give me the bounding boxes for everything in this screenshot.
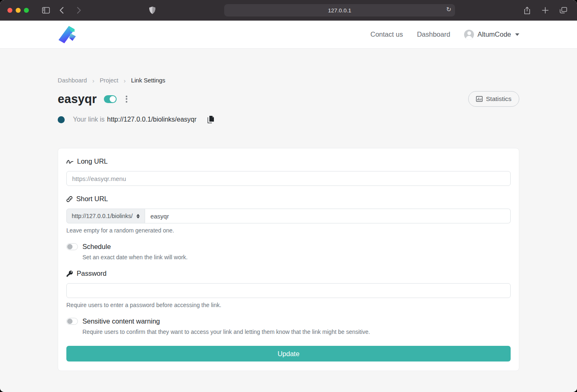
back-button[interactable]	[55, 4, 68, 16]
sidebar-icon[interactable]	[40, 4, 52, 16]
altumcode-logo[interactable]	[58, 26, 77, 43]
main-nav: Contact us Dashboard AltumCode	[371, 30, 519, 40]
link-enabled-toggle[interactable]	[104, 95, 117, 103]
password-label: Password	[77, 270, 106, 277]
update-button[interactable]: Update	[66, 346, 511, 361]
account-name: AltumCode	[477, 31, 511, 38]
forward-button[interactable]	[73, 4, 85, 16]
address-bar-url: 127.0.0.1	[328, 7, 351, 14]
statistics-button[interactable]: Statistics	[468, 91, 519, 107]
squiggle-icon	[66, 159, 73, 164]
account-menu[interactable]: AltumCode	[464, 30, 519, 40]
more-options-icon[interactable]	[126, 96, 127, 103]
breadcrumb-separator-icon: ›	[124, 77, 126, 84]
long-url-label-row: Long URL	[66, 157, 511, 165]
reload-icon[interactable]: ↻	[446, 6, 451, 13]
schedule-help: Set an exact date when the link will wor…	[82, 254, 511, 261]
schedule-toggle-row: Schedule	[66, 243, 511, 251]
your-link-prefix: Your link is	[73, 116, 105, 123]
status-dot	[58, 116, 65, 123]
privacy-shield-icon[interactable]	[146, 4, 158, 16]
password-input[interactable]	[66, 283, 511, 298]
page-title: easyqr	[58, 92, 97, 106]
password-help: Require users to enter a password before…	[66, 302, 511, 308]
chevron-down-icon	[515, 33, 519, 36]
copy-link-icon[interactable]	[207, 116, 214, 123]
breadcrumb: Dashboard › Project › Link Settings	[58, 77, 519, 84]
nav-dashboard[interactable]: Dashboard	[417, 31, 450, 38]
short-url-domain-value: http://127.0.0.1/biolinks/	[72, 213, 133, 219]
short-url-label: Short URL	[76, 195, 108, 203]
statistics-button-label: Statistics	[486, 95, 511, 103]
password-label-row: Password	[66, 270, 511, 277]
nav-contact-us[interactable]: Contact us	[371, 31, 403, 38]
sensitive-toggle-row: Sensitive content warning	[66, 317, 511, 325]
site-header: Contact us Dashboard AltumCode	[0, 21, 577, 49]
schedule-toggle[interactable]	[66, 243, 78, 250]
short-url-label-row: Short URL	[66, 195, 511, 203]
breadcrumb-separator-icon: ›	[92, 77, 94, 84]
zoom-window-button[interactable]	[24, 8, 29, 13]
browser-window: 127.0.0.1 ↻	[0, 0, 577, 392]
key-icon	[66, 270, 73, 277]
bar-chart-icon	[476, 96, 483, 102]
breadcrumb-dashboard[interactable]: Dashboard	[58, 77, 87, 84]
address-bar[interactable]: 127.0.0.1 ↻	[224, 4, 455, 16]
short-url-help: Leave empty for a random generated one.	[66, 227, 511, 234]
link-settings-card: Long URL Short URL http://127.0.0.1/biol…	[58, 148, 519, 371]
short-url-domain-select[interactable]: http://127.0.0.1/biolinks/	[66, 209, 145, 223]
avatar	[464, 30, 474, 40]
schedule-label: Schedule	[82, 243, 111, 251]
breadcrumb-project[interactable]: Project	[100, 77, 118, 84]
your-link-url[interactable]: http://127.0.0.1/biolinks/easyqr	[107, 116, 197, 123]
breadcrumb-link-settings: Link Settings	[131, 77, 165, 84]
sensitive-content-toggle[interactable]	[66, 318, 78, 325]
window-controls	[7, 8, 29, 13]
link-icon	[66, 196, 73, 202]
sensitive-help: Require users to confirm that they want …	[82, 329, 511, 335]
select-caret-icon	[136, 214, 140, 218]
close-window-button[interactable]	[7, 8, 12, 13]
tab-overview-icon[interactable]	[557, 4, 570, 16]
share-icon[interactable]	[521, 4, 533, 16]
long-url-label: Long URL	[77, 157, 108, 165]
browser-toolbar: 127.0.0.1 ↻	[0, 0, 577, 21]
new-tab-icon[interactable]	[539, 4, 551, 16]
sensitive-label: Sensitive content warning	[82, 317, 160, 325]
page-body: Dashboard › Project › Link Settings easy…	[0, 49, 577, 392]
short-url-input[interactable]	[145, 209, 511, 223]
minimize-window-button[interactable]	[16, 8, 21, 13]
long-url-input[interactable]	[66, 171, 511, 186]
